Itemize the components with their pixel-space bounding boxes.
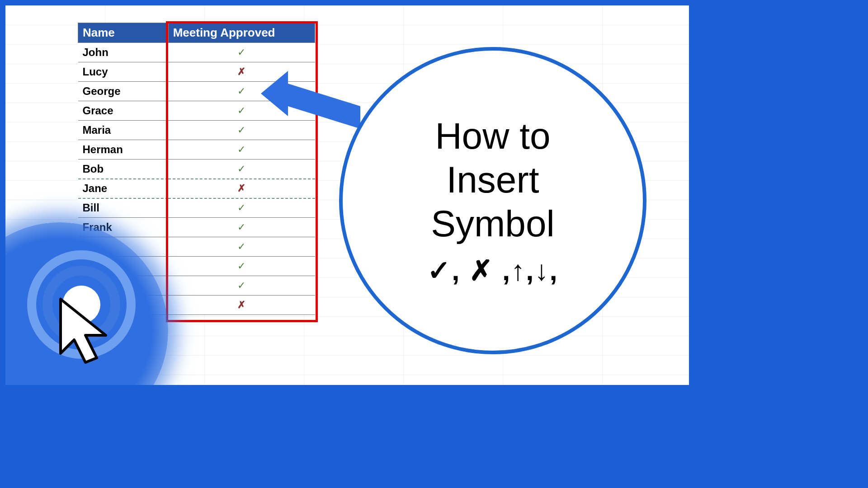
name-cell[interactable]: John [78,43,169,62]
callout-line3: Symbol [431,202,554,246]
approved-cell[interactable]: ✗ [168,296,315,315]
cursor-icon [56,295,124,371]
table-row: Maria✓ [78,121,315,140]
table-row: George✓ [78,82,315,101]
check-icon: ✓ [237,47,245,58]
callout-line2: Insert [446,158,539,202]
check-icon: ✓ [237,202,245,213]
name-cell[interactable]: George [78,82,169,101]
table-row: John✓ [78,43,315,62]
approved-cell[interactable]: ✓ [168,257,315,276]
check-icon: ✓ [237,163,245,174]
check-icon: ✓ [237,105,245,116]
name-cell[interactable]: Herman [78,140,169,160]
name-cell[interactable]: Lucy [78,62,169,82]
approved-cell[interactable]: ✓ [168,160,315,179]
callout-bubble: How to Insert Symbol ✓, ✗ ,↑,↓, [339,47,646,354]
approved-cell[interactable]: ✓ [168,82,315,101]
check-icon: ✓ [237,85,245,97]
cross-icon: ✗ [237,299,245,310]
approved-cell[interactable]: ✓ [168,121,315,140]
svg-marker-4 [61,299,106,362]
name-cell[interactable]: Grace [78,101,169,121]
approved-cell[interactable]: ✓ [168,198,315,218]
check-icon: ✓ [237,260,245,272]
cross-icon: ✗ [237,183,245,194]
check-icon: ✓ [237,221,245,233]
check-icon: ✓ [237,124,245,136]
approved-cell[interactable]: ✓ [168,43,315,62]
callout-symbols: ✓, ✗ ,↑,↓, [427,254,558,287]
check-icon: ✓ [237,144,245,155]
approved-cell[interactable]: ✓ [168,218,315,237]
content-frame: Name Meeting Approved John✓Lucy✗George✓G… [5,5,689,385]
table-row: Frank✓ [78,218,315,237]
approved-cell[interactable]: ✓ [168,276,315,296]
name-cell[interactable]: Bill [78,198,169,218]
table-row: Grace✓ [78,101,315,121]
table-row: Jane✗ [78,179,315,198]
table-row: Lucy✗ [78,62,315,82]
check-icon: ✓ [237,241,245,252]
table-row: Bob✓ [78,160,315,179]
approved-cell[interactable]: ✓ [168,140,315,160]
header-approved: Meeting Approved [168,23,315,43]
check-icon: ✓ [237,280,245,291]
table-header-row: Name Meeting Approved [78,23,315,43]
name-cell[interactable]: Maria [78,121,169,140]
table-row: Bill✓ [78,198,315,218]
approved-cell[interactable]: ✗ [168,179,315,198]
name-cell[interactable]: Bob [78,160,169,179]
header-name: Name [78,23,169,43]
callout-line1: How to [435,114,550,158]
approved-cell[interactable]: ✓ [168,101,315,121]
table-row: Herman✓ [78,140,315,160]
approved-cell[interactable]: ✗ [168,62,315,82]
name-cell[interactable]: Jane [78,179,169,198]
cross-icon: ✗ [237,66,245,77]
approved-cell[interactable]: ✓ [168,237,315,257]
